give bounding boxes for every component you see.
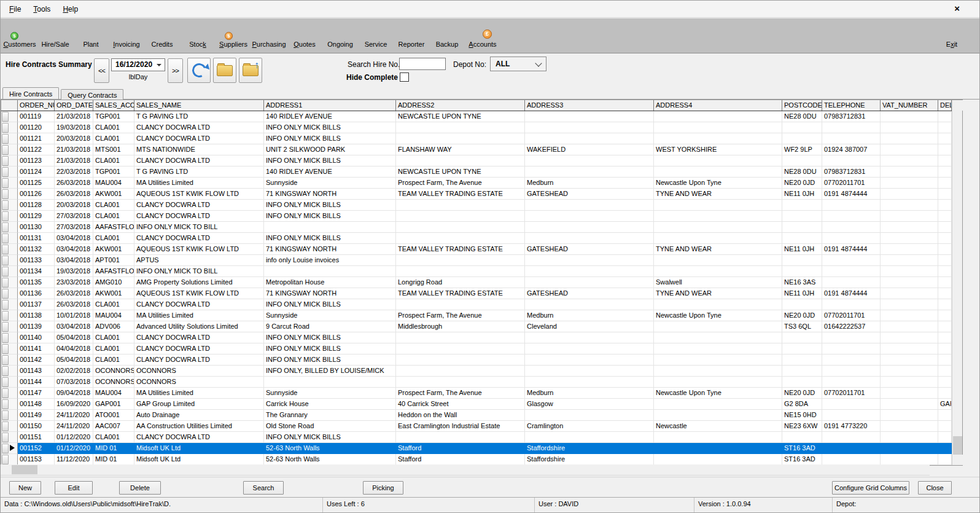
table-row[interactable]: 00114709/04/2018MAU004MA Utilities Limit… xyxy=(1,388,952,399)
scroll-right-icon[interactable] xyxy=(919,464,930,475)
table-row[interactable]: 00113903/04/2018ADV006Advanced Utility S… xyxy=(1,321,952,332)
column-header-order-num[interactable]: ORDER_NUM xyxy=(18,100,55,111)
toolbar-plant-button[interactable]: Plant xyxy=(73,20,109,48)
horizontal-scroll-thumb[interactable] xyxy=(12,465,37,474)
column-header-sales-name[interactable]: SALES_NAME xyxy=(134,100,264,111)
column-header-address2[interactable]: ADDRESS2 xyxy=(396,100,525,111)
scroll-left-icon[interactable] xyxy=(1,464,11,475)
cell: MA Utilities Limited xyxy=(134,388,264,399)
column-header-del[interactable]: DEL xyxy=(938,100,952,111)
horizontal-scrollbar[interactable] xyxy=(1,464,930,476)
search-button[interactable]: Search xyxy=(243,481,284,495)
table-row[interactable]: 00115311/12/2020MID 01Midsoft UK Ltd52-6… xyxy=(1,454,952,465)
scroll-up-icon[interactable] xyxy=(952,100,963,111)
toolbar-suppliers-button[interactable]: Suppliers xyxy=(216,20,251,48)
cell: INFO ONLY MICK BILLS xyxy=(264,343,396,354)
tab-query-contracts[interactable]: Query Contracts xyxy=(61,89,123,100)
date-select[interactable]: 16/12/2020 xyxy=(111,58,165,71)
close-icon[interactable]: × xyxy=(954,4,960,14)
close-button[interactable]: Close xyxy=(918,481,952,495)
export-folder-button[interactable]: ↑ xyxy=(239,58,262,83)
table-row[interactable]: 00113419/03/2018AAFASTFLOWINFO ONLY MICK… xyxy=(1,266,952,277)
table-row[interactable]: 00112626/03/2018AKW001AQUEOUS 1ST KWIK F… xyxy=(1,189,952,200)
toolbar-exit-button[interactable]: Exit xyxy=(934,20,970,48)
toolbar-stock-button[interactable]: Stock xyxy=(180,20,216,48)
table-row[interactable]: 00113523/03/2018AMG010AMG Property Solut… xyxy=(1,277,952,288)
cell xyxy=(822,200,881,211)
row-indicator xyxy=(1,244,18,255)
toolbar-quotes-button[interactable]: Quotes xyxy=(287,20,322,48)
depot-select[interactable]: ALL xyxy=(490,57,546,71)
table-row[interactable]: 00114816/09/2020GAP001GAP Group LimitedC… xyxy=(1,399,952,410)
cell: NE15 0HD xyxy=(782,410,822,421)
table-row[interactable]: 00112820/03/2018CLA001CLANCY DOCWRA LTDI… xyxy=(1,200,952,211)
table-row[interactable]: 00114924/11/2020ATO001Auto DrainageThe G… xyxy=(1,410,952,421)
table-row[interactable]: 00112526/03/2018MAU004MA Utilities Limit… xyxy=(1,178,952,189)
toolbar-purchasing-button[interactable]: Purchasing xyxy=(251,20,287,48)
vertical-scrollbar[interactable] xyxy=(952,100,962,465)
toolbar-accounts-button[interactable]: Accounts xyxy=(465,20,500,48)
picking-button[interactable]: Picking xyxy=(363,481,403,495)
prev-day-button[interactable]: << xyxy=(94,58,109,83)
toolbar-customers-button[interactable]: Customers xyxy=(2,20,37,48)
toolbar-credits-button[interactable]: Credits xyxy=(144,20,180,48)
configure-grid-columns-button[interactable]: Configure Grid Columns xyxy=(832,481,909,495)
table-row[interactable]: 00113303/04/2018APT001APTUSinfo only Lou… xyxy=(1,255,952,266)
cell xyxy=(525,299,654,310)
new-button[interactable]: New xyxy=(9,481,41,495)
column-header-sales-acc[interactable]: SALES_ACC xyxy=(93,100,134,111)
tab-hire-contracts[interactable]: Hire Contracts xyxy=(2,87,59,99)
next-day-button[interactable]: >> xyxy=(168,58,183,83)
cell xyxy=(396,354,525,366)
table-row[interactable]: 00114302/02/2018OCONNORSOCONNORSINFO ONL… xyxy=(1,366,952,377)
toolbar-service-button[interactable]: Service xyxy=(358,20,394,48)
search-hire-no-input[interactable] xyxy=(399,58,446,70)
toolbar-invoicing-button[interactable]: Invoicing xyxy=(109,20,144,48)
column-header-address1[interactable]: ADDRESS1 xyxy=(264,100,396,111)
table-row[interactable]: 00113103/04/2018CLA001CLANCY DOCWRA LTDI… xyxy=(1,233,952,244)
table-row[interactable]: 00114005/04/2018CLA001CLANCY DOCWRA LTDI… xyxy=(1,332,952,343)
table-row[interactable]: 00112120/03/2018CLA001CLANCY DOCWRA LTDI… xyxy=(1,133,952,144)
table-row[interactable]: 00113810/01/2018MAU004MA Utilities Limit… xyxy=(1,310,952,321)
hide-complete-checkbox[interactable] xyxy=(400,72,409,82)
table-row[interactable]: 00113726/03/2018CLA001CLANCY DOCWRA LTDI… xyxy=(1,299,952,310)
column-header-address3[interactable]: ADDRESS3 xyxy=(525,100,654,111)
table-row[interactable]: 00112019/03/2018CLA001CLANCY DOCWRA LTDI… xyxy=(1,122,952,133)
table-row[interactable]: 00112221/03/2018MTS001MTS NATIONWIDEUNIT… xyxy=(1,144,952,155)
table-row[interactable]: 00115024/11/2020AAC007AA Construction Ut… xyxy=(1,421,952,432)
table-row[interactable]: 00113626/03/2018AKW001AQUEOUS 1ST KWIK F… xyxy=(1,288,952,299)
table-row[interactable]: 00113203/04/2018AKW001AQUEOUS 1ST KWIK F… xyxy=(1,244,952,255)
table-row[interactable]: 00114407/03/2018OCONNORSOCONNORS xyxy=(1,377,952,388)
table-row[interactable]: 00115101/12/2020CLA001CLANCY DOCWRA LTDI… xyxy=(1,432,952,443)
table-row[interactable]: 00113027/03/2018AAFASTFLOWINFO ONLY MICK… xyxy=(1,222,952,233)
column-header-address4[interactable]: ADDRESS4 xyxy=(654,100,782,111)
table-row[interactable]: 00114104/04/2018CLA001CLANCY DOCWRA LTDI… xyxy=(1,343,952,354)
open-folder-button[interactable] xyxy=(213,58,236,83)
toolbar-backup-button[interactable]: Backup xyxy=(429,20,465,48)
column-header-postcode[interactable]: POSTCODE xyxy=(782,100,822,111)
toolbar-hiresale-button[interactable]: Hire/Sale xyxy=(37,20,73,48)
table-row[interactable]: 00115201/12/2020MID 01Midsoft UK Ltd52-6… xyxy=(1,443,952,454)
delete-button[interactable]: Delete xyxy=(119,481,161,495)
column-header-ord-date[interactable]: ORD_DATE xyxy=(55,100,93,111)
table-row[interactable]: 00112321/03/2018CLA001CLANCY DOCWRA LTDI… xyxy=(1,155,952,166)
vertical-scroll-thumb[interactable] xyxy=(953,436,962,455)
menu-help[interactable]: Help xyxy=(56,3,84,15)
column-header-telephone[interactable]: TELEPHONE xyxy=(822,100,881,111)
refresh-button[interactable] xyxy=(187,58,211,83)
table-row[interactable]: 00112927/03/2018CLA001CLANCY DOCWRA LTDI… xyxy=(1,211,952,222)
column-header-vat-number[interactable]: VAT_NUMBER xyxy=(881,100,938,111)
cell xyxy=(938,343,952,354)
scroll-down-icon[interactable] xyxy=(952,455,963,465)
toolbar-label: Hire/Sale xyxy=(37,41,73,48)
hide-complete-label: Hide Complete xyxy=(346,73,398,82)
table-row[interactable]: 00114205/04/2018CLA001CLANCY DOCWRA LTDI… xyxy=(1,354,952,366)
toolbar-ongoing-button[interactable]: Ongoing xyxy=(322,20,358,48)
cell: ATO001 xyxy=(93,410,134,421)
table-row[interactable]: 00112422/03/2018TGP001T G PAVING LTD140 … xyxy=(1,166,952,178)
table-row[interactable]: 00111921/03/2018TGP001T G PAVING LTD140 … xyxy=(1,111,952,122)
menu-file[interactable]: File xyxy=(3,3,27,15)
menu-tools[interactable]: Tools xyxy=(27,3,56,15)
toolbar-reporter-button[interactable]: Reporter xyxy=(394,20,429,48)
edit-button[interactable]: Edit xyxy=(55,481,93,495)
